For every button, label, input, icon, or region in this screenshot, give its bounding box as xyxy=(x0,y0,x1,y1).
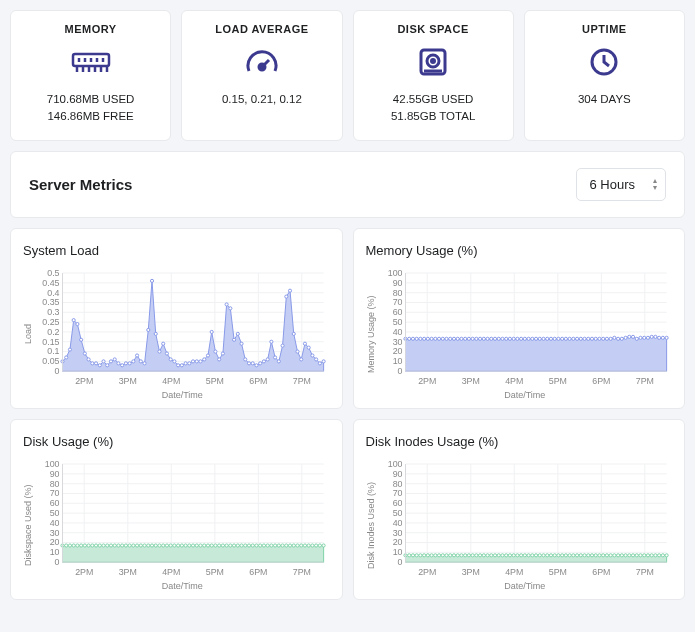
svg-point-281 xyxy=(113,543,116,546)
svg-point-98 xyxy=(229,306,232,309)
svg-text:0.5: 0.5 xyxy=(47,268,59,278)
svg-text:5PM: 5PM xyxy=(206,375,224,385)
svg-point-175 xyxy=(459,337,462,340)
svg-point-79 xyxy=(158,349,161,352)
svg-point-74 xyxy=(139,359,142,362)
svg-point-169 xyxy=(437,337,440,340)
svg-point-325 xyxy=(277,543,280,546)
svg-point-82 xyxy=(169,357,172,360)
svg-text:0.1: 0.1 xyxy=(47,346,59,356)
svg-point-121 xyxy=(315,357,318,360)
svg-text:3PM: 3PM xyxy=(461,375,479,385)
y-axis-label: Disk Inodes Used (%) xyxy=(366,459,376,591)
svg-point-385 xyxy=(444,553,447,556)
svg-point-65 xyxy=(106,363,109,366)
x-axis-label: Date/Time xyxy=(35,581,330,591)
svg-point-179 xyxy=(474,337,477,340)
load-card: LOAD AVERAGE 0.15, 0.21, 0.12 xyxy=(181,10,342,141)
svg-point-217 xyxy=(616,337,619,340)
svg-point-85 xyxy=(180,363,183,366)
time-range-value: 6 Hours xyxy=(589,177,635,192)
svg-point-414 xyxy=(553,553,556,556)
time-range-select[interactable]: 6 Hours ▴▾ xyxy=(576,168,666,201)
svg-point-434 xyxy=(627,553,630,556)
svg-text:2PM: 2PM xyxy=(75,566,93,576)
svg-point-219 xyxy=(624,336,627,339)
svg-point-328 xyxy=(288,543,291,546)
svg-point-87 xyxy=(188,361,191,364)
svg-point-444 xyxy=(665,553,668,556)
svg-point-309 xyxy=(218,543,221,546)
svg-point-89 xyxy=(195,359,198,362)
svg-point-122 xyxy=(318,361,321,364)
svg-point-96 xyxy=(221,351,224,354)
svg-point-432 xyxy=(620,553,623,556)
svg-point-435 xyxy=(631,553,634,556)
svg-point-427 xyxy=(601,553,604,556)
svg-point-95 xyxy=(218,357,221,360)
svg-point-400 xyxy=(500,553,503,556)
svg-point-404 xyxy=(515,553,518,556)
svg-point-220 xyxy=(627,335,630,338)
svg-point-323 xyxy=(270,543,273,546)
svg-point-93 xyxy=(210,330,213,333)
x-axis-label: Date/Time xyxy=(378,581,673,591)
svg-text:4PM: 4PM xyxy=(162,566,180,576)
svg-point-415 xyxy=(556,553,559,556)
svg-point-419 xyxy=(571,553,574,556)
svg-point-318 xyxy=(251,543,254,546)
svg-text:50: 50 xyxy=(392,317,402,327)
svg-point-224 xyxy=(642,336,645,339)
clock-icon xyxy=(531,45,678,79)
svg-point-295 xyxy=(165,543,168,546)
svg-point-321 xyxy=(262,543,265,546)
svg-point-285 xyxy=(128,543,131,546)
svg-point-389 xyxy=(459,553,462,556)
svg-point-280 xyxy=(109,543,112,546)
svg-point-205 xyxy=(571,337,574,340)
svg-point-291 xyxy=(150,543,153,546)
svg-text:100: 100 xyxy=(387,268,402,278)
svg-point-114 xyxy=(288,289,291,292)
svg-point-177 xyxy=(467,337,470,340)
svg-point-296 xyxy=(169,543,172,546)
svg-point-336 xyxy=(318,543,321,546)
svg-point-314 xyxy=(236,543,239,546)
svg-text:4PM: 4PM xyxy=(505,375,523,385)
svg-point-196 xyxy=(538,337,541,340)
svg-point-229 xyxy=(661,336,664,339)
svg-point-330 xyxy=(296,543,299,546)
svg-point-290 xyxy=(147,543,150,546)
svg-point-227 xyxy=(653,335,656,338)
svg-point-76 xyxy=(147,328,150,331)
svg-point-123 xyxy=(322,359,325,362)
svg-point-167 xyxy=(430,337,433,340)
svg-point-278 xyxy=(102,543,105,546)
svg-point-197 xyxy=(541,337,544,340)
svg-point-86 xyxy=(184,361,187,364)
svg-point-401 xyxy=(504,553,507,556)
svg-point-70 xyxy=(124,361,127,364)
disk-title: DISK SPACE xyxy=(360,23,507,35)
svg-point-184 xyxy=(493,337,496,340)
svg-point-307 xyxy=(210,543,213,546)
svg-text:10: 10 xyxy=(392,547,402,557)
svg-point-174 xyxy=(456,337,459,340)
svg-point-187 xyxy=(504,337,507,340)
svg-point-305 xyxy=(203,543,206,546)
uptime-card: UPTIME 304 DAYS xyxy=(524,10,685,141)
svg-text:40: 40 xyxy=(50,517,60,527)
svg-text:0.05: 0.05 xyxy=(42,356,59,366)
svg-text:20: 20 xyxy=(392,537,402,547)
svg-point-317 xyxy=(247,543,250,546)
svg-point-182 xyxy=(485,337,488,340)
svg-point-287 xyxy=(136,543,139,546)
svg-point-165 xyxy=(422,337,425,340)
svg-point-84 xyxy=(177,363,180,366)
svg-point-377 xyxy=(415,553,418,556)
svg-point-331 xyxy=(300,543,303,546)
svg-point-60 xyxy=(87,357,90,360)
svg-point-324 xyxy=(274,543,277,546)
svg-point-58 xyxy=(80,338,83,341)
svg-point-429 xyxy=(609,553,612,556)
